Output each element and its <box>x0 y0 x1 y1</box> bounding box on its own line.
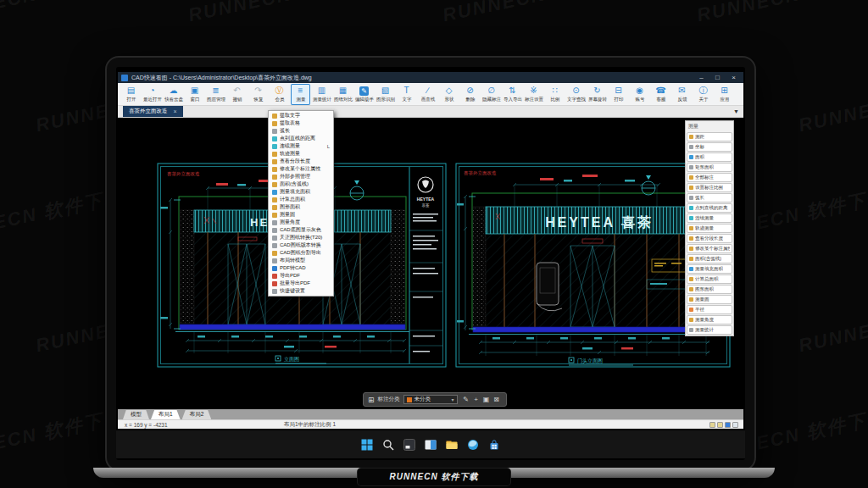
file-explorer-icon[interactable] <box>445 438 459 452</box>
menu-item[interactable]: 查看分段长度 <box>269 158 333 165</box>
menu-item[interactable]: 轨迹测量 <box>269 150 333 158</box>
menu-item[interactable]: 批量导出PDF <box>269 280 333 287</box>
menu-item[interactable]: 测量角度 <box>269 219 333 226</box>
menu-item[interactable]: 修改某个标注属性 <box>269 165 333 173</box>
toolbar-button[interactable]: ⊞ 应用 <box>715 84 734 105</box>
minimize-button[interactable]: – <box>695 72 708 83</box>
measure-panel-button[interactable]: 面积 <box>687 152 732 162</box>
menu-item[interactable]: 图形面积 <box>269 203 333 211</box>
toolbar-button[interactable]: Ⓥ 会员 <box>270 84 289 105</box>
toolbar-button[interactable]: ∕ 画直线 <box>418 84 437 105</box>
measure-panel-button[interactable]: 计算总面积 <box>687 274 732 284</box>
annotation-action-icon[interactable]: + <box>471 396 481 403</box>
measure-panel-button[interactable]: 点到直线的距离 <box>687 203 732 213</box>
toolbar-button[interactable]: ∷ 比例 <box>545 84 565 105</box>
toolbar-button[interactable]: ▤ 打开 <box>121 84 141 105</box>
measure-panel-button[interactable]: 轨迹测量 <box>687 224 732 233</box>
drawing-canvas[interactable]: HEYTEA 喜茶 喜茶外立面改造 HEYTEA 喜茶 <box>118 118 743 409</box>
toolbar-button[interactable]: ▣ 窗口 <box>185 84 204 105</box>
measure-panel-button[interactable]: 连续测量 <box>687 214 732 223</box>
status-icon[interactable] <box>717 422 723 428</box>
menu-item[interactable]: 提取表格 <box>269 119 333 127</box>
measure-panel-button[interactable]: 测量填充面积 <box>687 264 732 274</box>
menu-item[interactable]: 天正图纸转换(T20) <box>269 234 333 241</box>
toolbar-button[interactable]: ▧ 图形识别 <box>376 84 395 105</box>
toolbar-button[interactable]: T 文字 <box>397 84 416 105</box>
toolbar-button[interactable]: ☎ 客服 <box>651 84 670 105</box>
measure-panel-button[interactable]: 测量统计 <box>687 325 732 335</box>
measure-panel-button[interactable]: 全部标注 <box>687 173 732 182</box>
measure-panel-button[interactable]: 图形面积 <box>687 285 732 294</box>
menu-item[interactable]: CAD图纸分割导出 <box>269 249 333 257</box>
close-button[interactable]: × <box>727 72 740 83</box>
toolbar-button[interactable]: ▦ 图纸对比 <box>333 84 353 105</box>
menu-item[interactable]: 点到直线的距离 <box>269 135 333 142</box>
menu-item[interactable]: 外部参照管理 <box>269 173 333 180</box>
annotation-action-icon[interactable]: ▣ <box>481 396 492 403</box>
toolbar-button[interactable]: ◉ 账号 <box>630 84 649 105</box>
status-icon[interactable] <box>709 422 715 428</box>
store-icon[interactable] <box>487 438 501 452</box>
toolbar-button[interactable]: ⓘ 关于 <box>693 84 713 105</box>
sheet-tab[interactable]: 布局2 <box>182 410 212 419</box>
toolbar-button[interactable]: ∅ 隐藏标注 <box>481 84 501 105</box>
toolbar-button[interactable]: ◇ 形状 <box>439 84 459 105</box>
toolbar-button[interactable]: ✎ 编辑助手 <box>354 84 374 105</box>
toolbar-button[interactable]: ↶ 撤销 <box>227 84 247 105</box>
measure-panel-button[interactable]: 弧长 <box>687 193 732 202</box>
menu-item[interactable]: 弧长 <box>269 127 333 135</box>
toolbar-button[interactable]: ≣ 图层管理 <box>206 84 225 105</box>
toolbar-button[interactable]: ⇅ 导入导出 <box>503 84 522 105</box>
toolbar-button[interactable]: ☁ 快看云盘 <box>164 84 183 105</box>
measure-panel-button[interactable]: 坐标 <box>687 142 732 152</box>
menu-item[interactable]: 提取文字 <box>269 112 333 119</box>
maximize-button[interactable]: □ <box>711 72 724 83</box>
tab-overflow-icon[interactable]: ▼ <box>733 108 739 114</box>
measure-panel-button[interactable]: 面积(含弧线) <box>687 254 732 263</box>
menu-item[interactable]: 计算总面积 <box>269 196 333 203</box>
measure-panel-button[interactable]: 半径 <box>687 305 732 314</box>
sheet-tab[interactable]: 布局1 <box>151 410 181 419</box>
toolbar-button[interactable]: ⊟ 打印 <box>609 84 628 105</box>
tab-close-icon[interactable]: × <box>174 108 177 114</box>
toolbar-button[interactable]: ✉ 反馈 <box>672 84 692 105</box>
measure-panel-button[interactable]: 矩形面积 <box>687 163 732 172</box>
annotation-action-icon[interactable]: ⊠ <box>492 396 502 403</box>
menu-item[interactable]: PDF转CAD <box>269 264 333 272</box>
menu-item[interactable]: 面积(含弧线) <box>269 180 333 188</box>
classify-dropdown[interactable]: 未分类 ▾ <box>403 395 458 404</box>
menu-item[interactable]: 连续测量 L <box>269 142 333 150</box>
measure-panel-button[interactable]: 查看分段长度 <box>687 234 732 243</box>
measure-panel-button[interactable]: 修改某个标注属性 <box>687 244 732 253</box>
measure-panel-button[interactable]: 测距 <box>687 132 732 141</box>
status-icon[interactable] <box>732 422 738 428</box>
measure-panel-button[interactable]: 测量圆 <box>687 295 732 304</box>
menu-item[interactable]: 布局转模型 <box>269 257 333 264</box>
menu-item[interactable]: CAD底图显示灰色 <box>269 226 333 234</box>
toolbar-button[interactable]: ※ 标注设置 <box>524 84 543 105</box>
cad-app-icon[interactable] <box>403 438 416 452</box>
measure-panel-button[interactable]: 设置标注比例 <box>687 183 732 192</box>
sheet-tab[interactable]: 模型 <box>123 410 149 419</box>
toolbar-button[interactable]: ⊙ 文字查找 <box>566 84 586 105</box>
document-tab[interactable]: 喜茶外立面改造 × <box>123 106 183 117</box>
search-icon[interactable] <box>381 438 395 452</box>
toolbar-button[interactable]: ▥ 测量统计 <box>312 84 331 105</box>
menu-item[interactable]: 导出PDF <box>269 272 333 280</box>
start-icon[interactable] <box>360 438 374 452</box>
menu-item[interactable]: 测量填充面积 <box>269 188 333 196</box>
menu-item[interactable]: 快捷键设置 <box>269 287 333 295</box>
edge-icon[interactable] <box>466 438 480 452</box>
toolbar-button[interactable]: ◔ 最近打开 <box>142 84 162 105</box>
grid-icon[interactable]: ⊞ <box>368 396 375 404</box>
toolbar-button[interactable]: ⊘ 删除 <box>460 84 480 105</box>
toolbar-button[interactable]: ↻ 屏幕旋转 <box>587 84 607 105</box>
menu-item[interactable]: 测量圆 <box>269 211 333 219</box>
measure-panel-button[interactable]: 测量角度 <box>687 315 732 324</box>
annotation-action-icon[interactable]: ✎ <box>461 396 471 403</box>
toolbar-button[interactable]: ↷ 恢复 <box>248 84 268 105</box>
panels-app-icon[interactable] <box>424 438 437 452</box>
status-icon[interactable] <box>725 422 731 428</box>
menu-item[interactable]: CAD图纸版本转换 <box>269 241 333 249</box>
toolbar-button[interactable]: ≡ 测量 <box>291 84 310 105</box>
